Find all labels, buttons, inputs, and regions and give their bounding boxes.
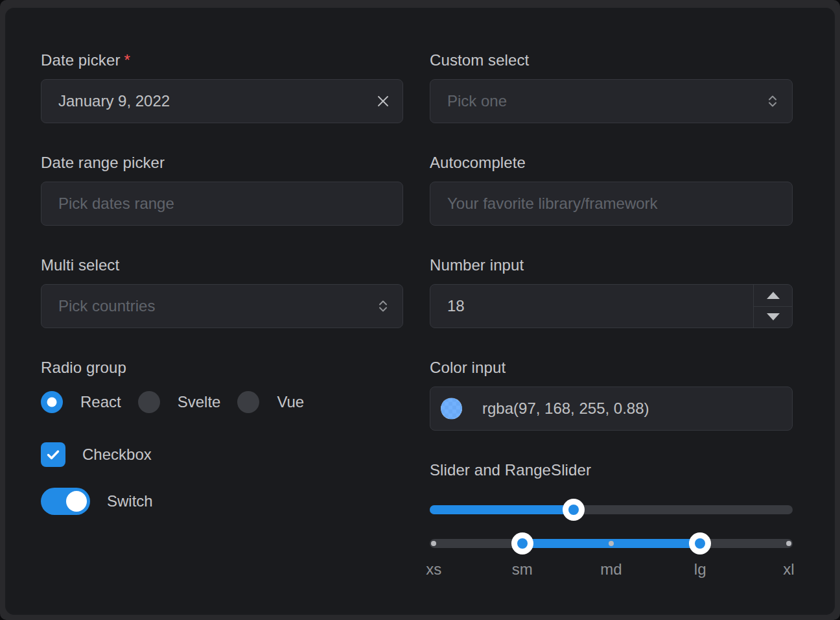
- color-input-label: Color input: [430, 358, 793, 377]
- triangle-down-icon: [767, 313, 780, 320]
- required-asterisk: *: [124, 51, 130, 69]
- slider-mark-dot: [431, 541, 436, 546]
- color-swatch: [441, 398, 462, 420]
- autocomplete-label: Autocomplete: [430, 153, 793, 173]
- slider-mark-label-md: md: [600, 560, 622, 579]
- multi-select-input-wrap: [41, 284, 403, 328]
- radio-option-svelte[interactable]: Svelte: [138, 391, 221, 413]
- slider-mark-labels: xssmmdlgxl: [430, 560, 793, 579]
- form-grid: Date picker* Date range picker: [41, 51, 793, 579]
- decrement-button[interactable]: [754, 306, 792, 328]
- switch-track[interactable]: [41, 488, 90, 515]
- switch-label: Switch: [107, 492, 153, 510]
- sliders-label: Slider and RangeSlider: [430, 460, 793, 480]
- slider-mark-label-sm: sm: [512, 560, 533, 579]
- color-input-wrap: [430, 387, 793, 431]
- slider-mark-label-xs: xs: [426, 560, 441, 579]
- window-background: Date picker* Date range picker: [0, 0, 840, 620]
- number-stepper: [753, 285, 792, 328]
- slider-mark-dot: [609, 541, 614, 546]
- date-picker-input-wrap: [41, 79, 403, 123]
- date-picker-field: Date picker*: [41, 51, 403, 123]
- number-input-field: Number input: [430, 256, 793, 328]
- radio-option-label: React: [80, 393, 121, 411]
- custom-select-input-wrap: [430, 79, 793, 123]
- multi-select-field: Multi select: [41, 256, 403, 328]
- radio-icon[interactable]: [138, 391, 160, 413]
- range-slider[interactable]: [430, 539, 793, 548]
- switch-thumb[interactable]: [66, 491, 87, 512]
- autocomplete-input[interactable]: [430, 182, 792, 225]
- date-picker-label: Date picker*: [41, 51, 403, 70]
- range-slider-thumb-from[interactable]: [511, 532, 533, 554]
- radio-option-vue[interactable]: Vue: [237, 391, 304, 413]
- color-swatch-fill: [441, 398, 462, 420]
- chevron-up-down-icon: [375, 298, 391, 314]
- color-input[interactable]: [430, 387, 792, 430]
- radio-option-react[interactable]: React: [41, 391, 121, 413]
- radio-icon[interactable]: [41, 391, 63, 413]
- checkbox-control[interactable]: Checkbox: [41, 442, 403, 467]
- slider-fill: [430, 505, 574, 514]
- range-slider-thumb-to[interactable]: [689, 532, 711, 554]
- custom-select-field: Custom select: [430, 51, 793, 123]
- increment-button[interactable]: [754, 285, 792, 306]
- radio-group-label: Radio group: [41, 358, 403, 377]
- triangle-up-icon: [767, 292, 780, 299]
- slider-mark-dot: [786, 541, 791, 546]
- chevron-up-down-icon: [765, 93, 780, 109]
- radio-option-label: Svelte: [178, 393, 221, 411]
- check-icon: [45, 447, 61, 462]
- autocomplete-input-wrap: [430, 182, 793, 226]
- right-column: Custom select Autocomplete: [430, 51, 793, 579]
- number-input-wrap: [430, 284, 793, 328]
- clear-icon[interactable]: [375, 93, 391, 109]
- switch-control[interactable]: Switch: [41, 488, 403, 515]
- form-card: Date picker* Date range picker: [5, 8, 835, 615]
- date-range-picker-label: Date range picker: [41, 153, 403, 173]
- multi-select-input[interactable]: [41, 285, 402, 328]
- number-input-label: Number input: [430, 256, 793, 275]
- date-picker-input[interactable]: [41, 80, 402, 123]
- slider-thumb[interactable]: [563, 499, 585, 521]
- slider-mark-label-xl: xl: [783, 560, 794, 579]
- slider-mark-label-lg: lg: [694, 560, 706, 579]
- date-range-picker-input[interactable]: [41, 182, 402, 225]
- checkbox-box[interactable]: [41, 442, 65, 467]
- custom-select-label: Custom select: [430, 51, 793, 70]
- autocomplete-field: Autocomplete: [430, 153, 793, 226]
- left-column: Date picker* Date range picker: [41, 51, 403, 579]
- checkbox-label: Checkbox: [82, 446, 152, 464]
- number-input[interactable]: [430, 285, 792, 328]
- date-picker-label-text: Date picker: [41, 51, 120, 69]
- date-range-picker-field: Date range picker: [41, 153, 403, 226]
- multi-select-label: Multi select: [41, 256, 403, 275]
- radio-icon[interactable]: [237, 391, 259, 413]
- slider[interactable]: [430, 505, 793, 514]
- radio-group: React Svelte Vue: [41, 391, 403, 413]
- date-range-picker-input-wrap: [41, 182, 403, 226]
- custom-select-input[interactable]: [430, 80, 792, 123]
- radio-option-label: Vue: [277, 393, 304, 411]
- color-input-field: Color input: [430, 358, 793, 431]
